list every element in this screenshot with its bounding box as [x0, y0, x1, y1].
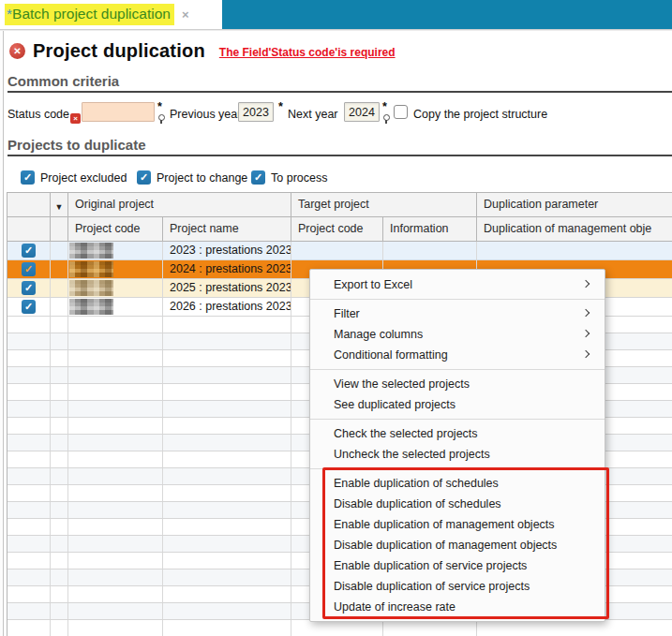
- tab-batch-project-duplication[interactable]: *Batch project duplication ×: [0, 0, 189, 29]
- menu-item-view-the-selected-projects[interactable]: View the selected projects: [310, 374, 605, 394]
- group-header-duplication-parameter[interactable]: Duplication parameter: [477, 193, 672, 216]
- column-header-information[interactable]: Information: [383, 217, 477, 241]
- row-checkbox[interactable]: ✓: [22, 281, 36, 295]
- table-cell: [68, 401, 163, 417]
- lookup-icon[interactable]: [158, 114, 165, 121]
- menu-item-filter[interactable]: Filter: [310, 303, 605, 324]
- row-checkbox[interactable]: ✓: [22, 300, 36, 314]
- menu-item-disable-duplication-of-management-objects[interactable]: Disable duplication of management object…: [310, 535, 605, 555]
- table-filter-column-header[interactable]: ▼: [51, 193, 68, 216]
- copy-structure-checkbox[interactable]: [394, 105, 408, 119]
- group-header-original-project[interactable]: Original project: [68, 193, 291, 216]
- table-row[interactable]: ✓2023 : prestations 2023: [7, 242, 672, 260]
- checkbox-to-process[interactable]: ✓: [251, 170, 265, 185]
- table-cell: [68, 603, 163, 619]
- column-header-project-code[interactable]: Project code: [68, 217, 163, 241]
- menu-item-update-of-increase-rate[interactable]: Update of increase rate: [310, 597, 605, 617]
- row-checkbox-cell: ✓: [7, 298, 51, 316]
- page-header: ✕ Project duplication The Field'Status c…: [9, 39, 396, 62]
- table-cell: [68, 317, 163, 333]
- menu-item-disable-duplication-of-schedules[interactable]: Disable duplication of schedules: [310, 494, 605, 514]
- table-cell: [7, 435, 51, 451]
- checkbox-project-to-change[interactable]: ✓: [137, 170, 151, 185]
- table-cell: [163, 350, 291, 366]
- select-all-column-header[interactable]: [7, 193, 51, 216]
- table-cell: [163, 502, 291, 518]
- table-cell: [51, 317, 68, 333]
- project-name-cell: 2024 : prestations 2023: [163, 260, 291, 278]
- table-cell: [7, 317, 51, 333]
- menu-item-uncheck-the-selected-projects[interactable]: Uncheck the selected projects: [310, 444, 605, 465]
- column-header-target-project-code[interactable]: Project code: [291, 217, 383, 241]
- table-cell: [7, 603, 51, 619]
- menu-item-check-the-selected-projects[interactable]: Check the selected projects: [310, 423, 605, 444]
- table-cell: [291, 242, 383, 259]
- row-checkbox[interactable]: ✓: [22, 244, 36, 258]
- table-cell: [7, 536, 51, 552]
- table-cell: [68, 298, 163, 316]
- required-marker: *: [382, 100, 387, 113]
- menu-item-enable-duplication-of-service-projects[interactable]: Enable duplication of service projects: [310, 555, 605, 576]
- filter-label: Project excluded: [40, 171, 127, 185]
- section-common-criteria: Common criteria: [7, 73, 119, 89]
- table-cell: [68, 569, 163, 585]
- menu-item-disable-duplication-of-service-projects[interactable]: Disable duplication of service projects: [310, 576, 605, 597]
- filter-option: ✓To process: [251, 170, 327, 185]
- table-cell: [163, 451, 291, 467]
- tab-bar-divider: [0, 29, 672, 31]
- table-cell: [7, 333, 51, 349]
- table-cell: [163, 536, 291, 552]
- table-cell: [7, 519, 51, 535]
- table-cell: [68, 279, 163, 297]
- redacted-project-code: [69, 280, 113, 296]
- table-cell: [51, 298, 68, 316]
- table-cell: [477, 242, 672, 259]
- submenu-chevron-icon: [582, 350, 590, 358]
- menu-item-see-duplicated-projects[interactable]: See duplicated projects: [310, 394, 605, 415]
- column-header-project-name[interactable]: Project name: [163, 217, 291, 241]
- table-cell: [68, 333, 163, 349]
- menu-item-export-to-excel[interactable]: Export to Excel: [310, 274, 605, 295]
- previous-year-input[interactable]: [238, 102, 274, 122]
- next-year-input[interactable]: [344, 102, 380, 122]
- row-checkbox[interactable]: ✓: [22, 262, 36, 276]
- table-cell: [383, 620, 477, 636]
- menu-item-enable-duplication-of-management-objects[interactable]: Enable duplication of management objects: [310, 514, 605, 535]
- table-cell: [51, 260, 68, 278]
- menu-separator: [310, 369, 605, 370]
- tab-close-icon[interactable]: ×: [182, 7, 189, 22]
- table-cell: [7, 586, 51, 602]
- menu-separator: [310, 468, 605, 469]
- table-cell: [68, 485, 163, 501]
- table-cell: [68, 260, 163, 278]
- filter-label: To process: [271, 171, 327, 185]
- table-cell: [7, 569, 51, 585]
- table-cell: [7, 468, 51, 484]
- filter-label: Project to change: [157, 171, 247, 185]
- redacted-project-code: [69, 243, 113, 259]
- project-name-cell: 2025 : prestations 2023: [163, 279, 291, 297]
- menu-item-conditional-formatting[interactable]: Conditional formatting: [310, 345, 605, 365]
- table-cell: [477, 620, 672, 636]
- table-cell: [51, 451, 68, 467]
- status-code-input[interactable]: [82, 102, 155, 122]
- table-cell: [7, 418, 51, 434]
- table-cell: [163, 519, 291, 535]
- table-cell: [383, 242, 477, 259]
- table-cell: [68, 536, 163, 552]
- filter-option: ✓Project excluded: [21, 170, 127, 185]
- table-cell: [163, 485, 291, 501]
- filter-caret-icon[interactable]: ▼: [55, 202, 64, 212]
- lookup-icon[interactable]: [383, 114, 390, 121]
- column-header-duplication-of-management-objects[interactable]: Duplication of management obje: [477, 217, 672, 241]
- validation-error-link[interactable]: The Field'Status code'is required: [219, 46, 396, 59]
- row-checkbox-cell: ✓: [7, 260, 51, 278]
- checkbox-project-excluded[interactable]: ✓: [21, 170, 35, 185]
- table-cell: [51, 536, 68, 552]
- table-cell: [51, 384, 68, 400]
- menu-item-manage-columns[interactable]: Manage columns: [310, 324, 605, 345]
- menu-item-enable-duplication-of-schedules[interactable]: Enable duplication of schedules: [310, 473, 605, 494]
- section-divider: [7, 91, 672, 93]
- group-header-target-project[interactable]: Target project: [291, 193, 477, 216]
- table-cell: [68, 451, 163, 467]
